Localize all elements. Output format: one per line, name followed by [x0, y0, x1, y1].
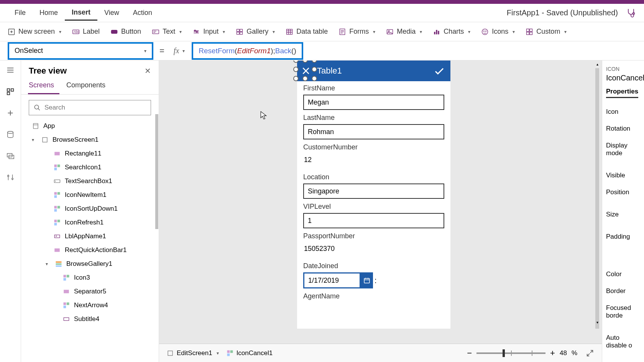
prop-visible[interactable]: Visible — [606, 167, 640, 184]
svg-point-33 — [482, 29, 488, 34]
zoom-in-button[interactable]: + — [550, 348, 555, 358]
last-name-input[interactable] — [303, 124, 444, 139]
vip-level-label: VIPLevel — [303, 203, 444, 211]
form-body: FirstName LastName CustomerNumber 12 Loc… — [297, 81, 450, 307]
agent-name-label: AgentName — [303, 292, 444, 300]
tab-components[interactable]: Components — [66, 79, 111, 94]
tree-item-separator[interactable]: Separator5 — [23, 285, 159, 298]
prop-auto-disable[interactable]: Auto disable o — [606, 329, 640, 354]
chevron-down-icon[interactable]: ▾ — [32, 137, 37, 143]
group-icon — [53, 191, 61, 199]
tree-label: BrowseScreen1 — [53, 136, 99, 144]
tree-item-icon3[interactable]: Icon3 — [23, 271, 159, 285]
svg-rect-73 — [54, 209, 57, 212]
app-checker-icon[interactable] — [626, 8, 636, 18]
tree-item-rectangle[interactable]: Rectangle11 — [23, 147, 159, 161]
data-icon[interactable] — [5, 129, 15, 139]
menu-view[interactable]: View — [97, 6, 126, 20]
app-icon — [32, 122, 39, 130]
canvas-vscroll[interactable]: ▴ ▾ — [594, 62, 600, 324]
tree-scrollbar[interactable] — [155, 114, 158, 229]
custom-dropdown[interactable]: Custom ▾ — [526, 28, 567, 36]
advanced-icon[interactable] — [5, 172, 15, 182]
tree-item-subtitle[interactable]: Subtitle4 — [23, 312, 159, 326]
tree-item-rectquick[interactable]: RectQuickActionBar1 — [23, 243, 159, 257]
menu-action[interactable]: Action — [126, 6, 159, 20]
canvas-content[interactable]: Table1 FirstName — [159, 61, 602, 344]
svg-rect-99 — [227, 353, 230, 356]
prop-border[interactable]: Border — [606, 283, 640, 300]
menu-file[interactable]: File — [8, 6, 33, 20]
formula-bar: OnSelect ▾ = fx ▾ ResetForm(EditForm1);B… — [0, 41, 644, 61]
chevron-down-icon[interactable]: ▾ — [46, 261, 51, 267]
forms-dropdown[interactable]: Forms ▾ — [338, 28, 375, 36]
prop-rotation[interactable]: Rotation — [606, 120, 640, 137]
insert-icon[interactable] — [5, 108, 15, 118]
input-dropdown[interactable]: Input ▾ — [192, 28, 225, 36]
chevron-down-icon: ▾ — [564, 29, 567, 34]
media-dropdown[interactable]: Media ▾ — [386, 28, 422, 36]
location-input[interactable] — [303, 183, 444, 199]
svg-rect-65 — [54, 168, 57, 170]
forms-label: Forms — [349, 28, 369, 36]
search-input[interactable] — [44, 104, 146, 111]
zoom-out-button[interactable]: − — [467, 348, 472, 358]
zoom-slider[interactable] — [476, 352, 545, 354]
menu-insert[interactable]: Insert — [65, 5, 97, 21]
hamburger-icon[interactable] — [5, 65, 15, 75]
tree-item-lblappname[interactable]: LblAppName1 — [23, 229, 159, 243]
tree-item-searchicon[interactable]: SearchIcon1 — [23, 161, 159, 174]
tree-item-iconnewitem[interactable]: IconNewItem1 — [23, 188, 159, 202]
svg-rect-45 — [11, 89, 13, 91]
formula-input[interactable]: ResetForm(EditForm1);Back() — [192, 42, 303, 60]
tree-item-app[interactable]: App — [23, 119, 159, 133]
icons-label: Icons — [492, 28, 508, 36]
label-icon — [62, 315, 70, 323]
prop-position[interactable]: Position — [606, 184, 640, 201]
prop-focused-border[interactable]: Focused borde — [606, 300, 640, 324]
tab-screens[interactable]: Screens — [28, 79, 59, 94]
data-table-button[interactable]: Data table — [286, 28, 328, 36]
tree-item-iconrefresh[interactable]: IconRefresh1 — [23, 216, 159, 229]
button-button[interactable]: Button — [110, 28, 141, 36]
svg-rect-86 — [64, 303, 66, 305]
tree-item-iconsort[interactable]: IconSortUpDown1 — [23, 202, 159, 216]
prop-display-mode[interactable]: Display mode — [606, 137, 640, 162]
prop-padding[interactable]: Padding — [606, 228, 640, 245]
charts-dropdown[interactable]: Charts ▾ — [433, 28, 470, 36]
phone-preview: Table1 FirstName — [297, 61, 450, 329]
icons-dropdown[interactable]: Icons ▾ — [481, 28, 515, 36]
tree-item-textsearchbox[interactable]: TextSearchBox1 — [23, 174, 159, 188]
property-selector[interactable]: OnSelect ▾ — [8, 42, 153, 60]
breadcrumb-editscreen[interactable]: EditScreen1 ▾ — [167, 349, 219, 357]
text-dropdown[interactable]: Text ▾ — [152, 28, 182, 36]
tree-item-nextarrow[interactable]: NextArrow4 — [23, 298, 159, 312]
svg-point-57 — [34, 105, 39, 109]
tree-view-icon[interactable] — [5, 87, 15, 97]
breadcrumb-iconcancel[interactable]: IconCancel1 — [227, 349, 273, 357]
prop-tab-properties[interactable]: Properties — [606, 88, 638, 98]
vip-level-input[interactable] — [303, 213, 444, 228]
prop-color[interactable]: Color — [606, 266, 640, 283]
fit-screen-icon[interactable] — [586, 349, 594, 357]
gallery-dropdown[interactable]: Gallery ▾ — [236, 28, 275, 36]
first-name-input[interactable] — [303, 95, 444, 110]
fx-button[interactable]: fx ▾ — [171, 46, 188, 55]
tree-item-browsegallery[interactable]: ▾ BrowseGallery1 — [23, 257, 159, 271]
media-rail-icon[interactable] — [5, 151, 15, 161]
tree-search[interactable] — [29, 100, 151, 115]
date-joined-input[interactable] — [303, 272, 361, 288]
prop-size[interactable]: Size — [606, 206, 640, 223]
group-icon — [53, 164, 61, 171]
menu-home[interactable]: Home — [33, 6, 65, 20]
svg-rect-76 — [54, 223, 57, 226]
prop-icon[interactable]: Icon — [606, 103, 640, 120]
new-screen-button[interactable]: New screen ▾ — [8, 28, 61, 36]
accept-icon[interactable] — [434, 65, 445, 77]
svg-point-14 — [196, 31, 197, 32]
label-button[interactable]: Abc Label — [72, 28, 100, 36]
tree-item-browsescreen[interactable]: ▾ BrowseScreen1 — [23, 133, 159, 147]
close-icon[interactable]: ✕ — [145, 66, 151, 75]
svg-rect-43 — [7, 89, 10, 91]
calendar-icon[interactable] — [361, 272, 373, 288]
